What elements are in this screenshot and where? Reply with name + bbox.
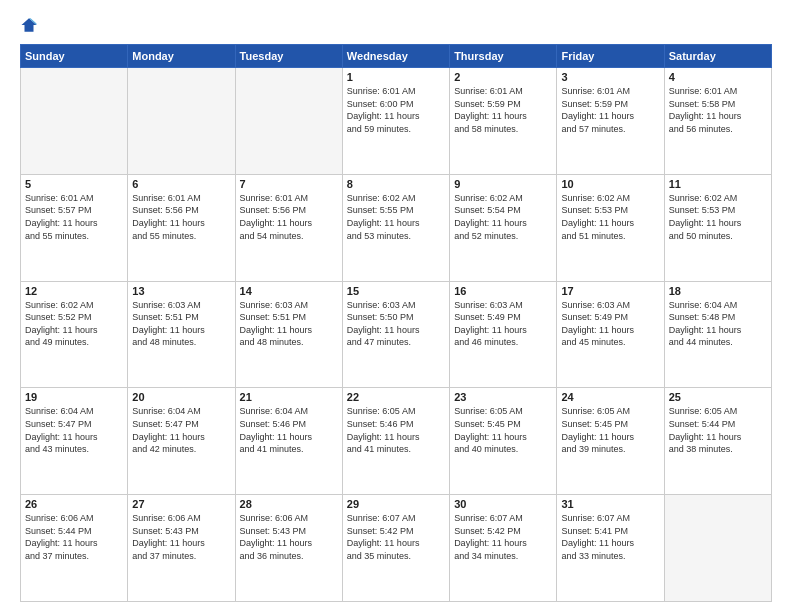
day-cell: 4Sunrise: 6:01 AMSunset: 5:58 PMDaylight… (664, 68, 771, 175)
day-info: Sunrise: 6:03 AMSunset: 5:50 PMDaylight:… (347, 299, 445, 349)
week-row-3: 19Sunrise: 6:04 AMSunset: 5:47 PMDayligh… (21, 388, 772, 495)
page: SundayMondayTuesdayWednesdayThursdayFrid… (0, 0, 792, 612)
day-number: 10 (561, 178, 659, 190)
day-cell: 3Sunrise: 6:01 AMSunset: 5:59 PMDaylight… (557, 68, 664, 175)
day-cell: 27Sunrise: 6:06 AMSunset: 5:43 PMDayligh… (128, 495, 235, 602)
calendar-table: SundayMondayTuesdayWednesdayThursdayFrid… (20, 44, 772, 602)
day-number: 2 (454, 71, 552, 83)
weekday-friday: Friday (557, 45, 664, 68)
day-info: Sunrise: 6:05 AMSunset: 5:45 PMDaylight:… (561, 405, 659, 455)
day-info: Sunrise: 6:04 AMSunset: 5:47 PMDaylight:… (132, 405, 230, 455)
day-cell: 14Sunrise: 6:03 AMSunset: 5:51 PMDayligh… (235, 281, 342, 388)
day-info: Sunrise: 6:02 AMSunset: 5:52 PMDaylight:… (25, 299, 123, 349)
day-info: Sunrise: 6:02 AMSunset: 5:55 PMDaylight:… (347, 192, 445, 242)
day-number: 9 (454, 178, 552, 190)
day-cell (664, 495, 771, 602)
day-number: 13 (132, 285, 230, 297)
day-number: 15 (347, 285, 445, 297)
day-info: Sunrise: 6:07 AMSunset: 5:42 PMDaylight:… (454, 512, 552, 562)
day-info: Sunrise: 6:02 AMSunset: 5:54 PMDaylight:… (454, 192, 552, 242)
day-number: 23 (454, 391, 552, 403)
day-cell: 29Sunrise: 6:07 AMSunset: 5:42 PMDayligh… (342, 495, 449, 602)
day-cell: 13Sunrise: 6:03 AMSunset: 5:51 PMDayligh… (128, 281, 235, 388)
day-info: Sunrise: 6:07 AMSunset: 5:41 PMDaylight:… (561, 512, 659, 562)
day-cell: 20Sunrise: 6:04 AMSunset: 5:47 PMDayligh… (128, 388, 235, 495)
weekday-monday: Monday (128, 45, 235, 68)
day-info: Sunrise: 6:01 AMSunset: 5:57 PMDaylight:… (25, 192, 123, 242)
day-info: Sunrise: 6:03 AMSunset: 5:49 PMDaylight:… (561, 299, 659, 349)
day-info: Sunrise: 6:01 AMSunset: 5:58 PMDaylight:… (669, 85, 767, 135)
day-info: Sunrise: 6:05 AMSunset: 5:46 PMDaylight:… (347, 405, 445, 455)
day-cell: 16Sunrise: 6:03 AMSunset: 5:49 PMDayligh… (450, 281, 557, 388)
day-info: Sunrise: 6:03 AMSunset: 5:51 PMDaylight:… (132, 299, 230, 349)
day-cell: 19Sunrise: 6:04 AMSunset: 5:47 PMDayligh… (21, 388, 128, 495)
day-number: 7 (240, 178, 338, 190)
day-info: Sunrise: 6:04 AMSunset: 5:47 PMDaylight:… (25, 405, 123, 455)
day-cell: 8Sunrise: 6:02 AMSunset: 5:55 PMDaylight… (342, 174, 449, 281)
day-number: 27 (132, 498, 230, 510)
day-cell: 11Sunrise: 6:02 AMSunset: 5:53 PMDayligh… (664, 174, 771, 281)
logo-icon (20, 16, 38, 34)
logo (20, 16, 42, 34)
day-cell: 25Sunrise: 6:05 AMSunset: 5:44 PMDayligh… (664, 388, 771, 495)
day-info: Sunrise: 6:06 AMSunset: 5:43 PMDaylight:… (132, 512, 230, 562)
day-info: Sunrise: 6:04 AMSunset: 5:48 PMDaylight:… (669, 299, 767, 349)
day-number: 19 (25, 391, 123, 403)
day-cell: 24Sunrise: 6:05 AMSunset: 5:45 PMDayligh… (557, 388, 664, 495)
day-info: Sunrise: 6:06 AMSunset: 5:43 PMDaylight:… (240, 512, 338, 562)
week-row-2: 12Sunrise: 6:02 AMSunset: 5:52 PMDayligh… (21, 281, 772, 388)
day-info: Sunrise: 6:04 AMSunset: 5:46 PMDaylight:… (240, 405, 338, 455)
day-info: Sunrise: 6:01 AMSunset: 5:56 PMDaylight:… (240, 192, 338, 242)
day-number: 6 (132, 178, 230, 190)
header (20, 16, 772, 34)
day-info: Sunrise: 6:01 AMSunset: 5:56 PMDaylight:… (132, 192, 230, 242)
day-info: Sunrise: 6:01 AMSunset: 5:59 PMDaylight:… (561, 85, 659, 135)
day-info: Sunrise: 6:03 AMSunset: 5:51 PMDaylight:… (240, 299, 338, 349)
day-info: Sunrise: 6:05 AMSunset: 5:44 PMDaylight:… (669, 405, 767, 455)
day-cell: 22Sunrise: 6:05 AMSunset: 5:46 PMDayligh… (342, 388, 449, 495)
day-info: Sunrise: 6:06 AMSunset: 5:44 PMDaylight:… (25, 512, 123, 562)
day-number: 24 (561, 391, 659, 403)
day-number: 26 (25, 498, 123, 510)
svg-marker-0 (22, 18, 37, 32)
weekday-wednesday: Wednesday (342, 45, 449, 68)
weekday-tuesday: Tuesday (235, 45, 342, 68)
day-info: Sunrise: 6:01 AMSunset: 6:00 PMDaylight:… (347, 85, 445, 135)
day-cell: 30Sunrise: 6:07 AMSunset: 5:42 PMDayligh… (450, 495, 557, 602)
day-cell: 21Sunrise: 6:04 AMSunset: 5:46 PMDayligh… (235, 388, 342, 495)
day-cell: 18Sunrise: 6:04 AMSunset: 5:48 PMDayligh… (664, 281, 771, 388)
day-cell (128, 68, 235, 175)
day-number: 29 (347, 498, 445, 510)
weekday-saturday: Saturday (664, 45, 771, 68)
day-info: Sunrise: 6:02 AMSunset: 5:53 PMDaylight:… (669, 192, 767, 242)
day-cell: 26Sunrise: 6:06 AMSunset: 5:44 PMDayligh… (21, 495, 128, 602)
day-cell (235, 68, 342, 175)
day-number: 20 (132, 391, 230, 403)
weekday-thursday: Thursday (450, 45, 557, 68)
calendar-body: 1Sunrise: 6:01 AMSunset: 6:00 PMDaylight… (21, 68, 772, 602)
day-number: 25 (669, 391, 767, 403)
day-number: 3 (561, 71, 659, 83)
day-cell: 6Sunrise: 6:01 AMSunset: 5:56 PMDaylight… (128, 174, 235, 281)
day-number: 4 (669, 71, 767, 83)
day-number: 14 (240, 285, 338, 297)
day-cell: 31Sunrise: 6:07 AMSunset: 5:41 PMDayligh… (557, 495, 664, 602)
weekday-header-row: SundayMondayTuesdayWednesdayThursdayFrid… (21, 45, 772, 68)
day-info: Sunrise: 6:07 AMSunset: 5:42 PMDaylight:… (347, 512, 445, 562)
day-number: 31 (561, 498, 659, 510)
week-row-4: 26Sunrise: 6:06 AMSunset: 5:44 PMDayligh… (21, 495, 772, 602)
week-row-1: 5Sunrise: 6:01 AMSunset: 5:57 PMDaylight… (21, 174, 772, 281)
day-info: Sunrise: 6:05 AMSunset: 5:45 PMDaylight:… (454, 405, 552, 455)
day-number: 1 (347, 71, 445, 83)
day-number: 12 (25, 285, 123, 297)
day-info: Sunrise: 6:02 AMSunset: 5:53 PMDaylight:… (561, 192, 659, 242)
day-cell (21, 68, 128, 175)
day-cell: 9Sunrise: 6:02 AMSunset: 5:54 PMDaylight… (450, 174, 557, 281)
week-row-0: 1Sunrise: 6:01 AMSunset: 6:00 PMDaylight… (21, 68, 772, 175)
day-number: 30 (454, 498, 552, 510)
day-cell: 17Sunrise: 6:03 AMSunset: 5:49 PMDayligh… (557, 281, 664, 388)
day-cell: 23Sunrise: 6:05 AMSunset: 5:45 PMDayligh… (450, 388, 557, 495)
day-number: 5 (25, 178, 123, 190)
day-number: 8 (347, 178, 445, 190)
day-cell: 5Sunrise: 6:01 AMSunset: 5:57 PMDaylight… (21, 174, 128, 281)
